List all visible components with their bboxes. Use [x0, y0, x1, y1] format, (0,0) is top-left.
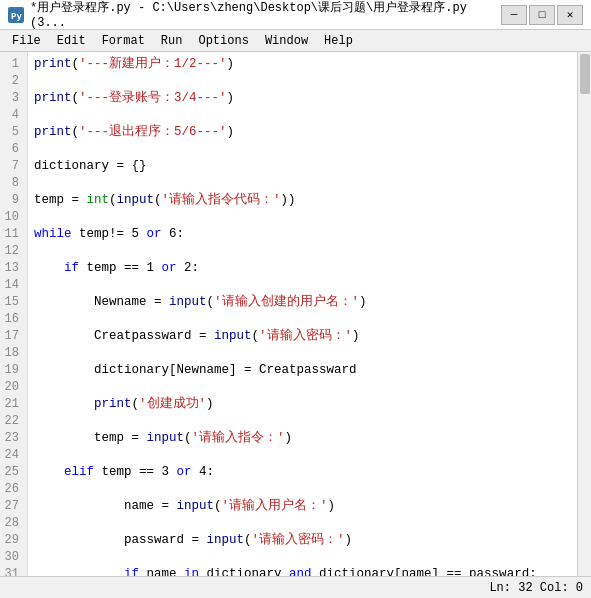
cursor-position: Ln: 32 Col: 0	[489, 581, 583, 595]
menu-window[interactable]: Window	[257, 32, 316, 50]
maximize-button[interactable]: □	[529, 5, 555, 25]
menu-file[interactable]: File	[4, 32, 49, 50]
menu-bar: File Edit Format Run Options Window Help	[0, 30, 591, 52]
scrollbar-thumb[interactable]	[580, 54, 590, 94]
menu-help[interactable]: Help	[316, 32, 361, 50]
minimize-button[interactable]: ─	[501, 5, 527, 25]
status-bar: Ln: 32 Col: 0	[0, 576, 591, 598]
menu-edit[interactable]: Edit	[49, 32, 94, 50]
line-numbers: 12345 678910 1112131415 1617181920 21222…	[0, 52, 28, 576]
menu-options[interactable]: Options	[190, 32, 256, 50]
svg-text:Py: Py	[11, 12, 22, 22]
title-bar-left: Py *用户登录程序.py - C:\Users\zheng\Desktop\课…	[8, 0, 501, 30]
editor-container: 12345 678910 1112131415 1617181920 21222…	[0, 52, 591, 576]
code-editor[interactable]: print('---新建用户：1/2---') print('---登录账号：3…	[28, 52, 577, 576]
vertical-scrollbar[interactable]	[577, 52, 591, 576]
menu-run[interactable]: Run	[153, 32, 191, 50]
python-icon: Py	[8, 7, 24, 23]
window-controls[interactable]: ─ □ ✕	[501, 5, 583, 25]
close-button[interactable]: ✕	[557, 5, 583, 25]
menu-format[interactable]: Format	[94, 32, 153, 50]
window-title: *用户登录程序.py - C:\Users\zheng\Desktop\课后习题…	[30, 0, 501, 30]
title-bar: Py *用户登录程序.py - C:\Users\zheng\Desktop\课…	[0, 0, 591, 30]
